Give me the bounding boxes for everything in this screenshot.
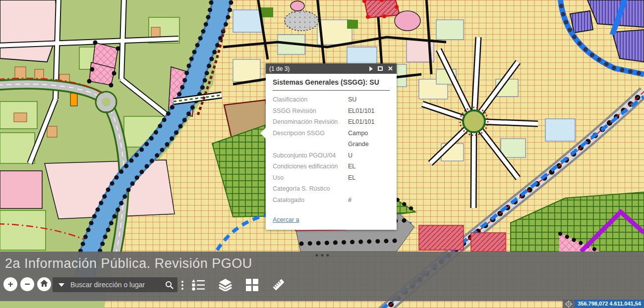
roundabout bbox=[99, 95, 113, 109]
legend-icon bbox=[192, 279, 205, 291]
orange-zone bbox=[70, 93, 77, 106]
feature-popup: (1 de 3) ✕ Sistemas Generales (SSGG): SU… bbox=[266, 63, 397, 230]
coordinates-readout: 356.798,072 4.611.041,54 bbox=[575, 300, 644, 308]
search-button[interactable] bbox=[161, 277, 177, 292]
measure-button[interactable] bbox=[272, 278, 286, 292]
layers-icon bbox=[219, 279, 232, 291]
search-input[interactable] bbox=[70, 281, 161, 289]
overflow-menu-button[interactable] bbox=[178, 279, 186, 292]
popup-pager: (1 de 3) bbox=[269, 65, 364, 72]
app-window: (1 de 3) ✕ Sistemas Generales (SSGG): SU… bbox=[0, 0, 644, 308]
circular-plaza[interactable] bbox=[463, 110, 485, 132]
basemap-grid-icon bbox=[246, 279, 258, 291]
crosshair-icon bbox=[565, 301, 572, 308]
close-icon[interactable]: ✕ bbox=[388, 65, 393, 72]
layers-button[interactable] bbox=[218, 278, 232, 292]
table-row: Uso EL bbox=[273, 172, 390, 184]
table-row: Condiciones edificación EL bbox=[273, 161, 390, 172]
next-arrow-icon[interactable] bbox=[369, 66, 373, 71]
locate-coordinates-button[interactable] bbox=[563, 300, 575, 308]
search-icon bbox=[165, 281, 174, 289]
table-row: Descripción SSGG Campo Grande bbox=[273, 128, 390, 150]
search-source-dropdown[interactable] bbox=[53, 277, 70, 292]
legend-button[interactable] bbox=[191, 278, 205, 292]
popup-title: Sistemas Generales (SSGG): SU bbox=[273, 78, 390, 91]
popup-header[interactable]: (1 de 3) ✕ bbox=[266, 63, 397, 74]
table-row: Categoría S. Rústico bbox=[273, 183, 390, 195]
search-widget bbox=[53, 277, 177, 292]
table-row: Denominación Revisión EL01/101 bbox=[273, 116, 390, 128]
maximize-icon[interactable] bbox=[378, 66, 383, 71]
chevron-down-icon bbox=[59, 283, 64, 287]
table-row: Subconjunto PGOU/04 U bbox=[273, 150, 390, 161]
panel-drag-handle[interactable] bbox=[313, 252, 331, 258]
popup-body: Sistemas Generales (SSGG): SU Clasificac… bbox=[266, 74, 397, 230]
toolbar: + − bbox=[0, 277, 644, 294]
home-button[interactable] bbox=[37, 277, 51, 291]
gray-dotted-zone bbox=[285, 11, 318, 31]
basemap-gallery-button[interactable] bbox=[245, 278, 259, 292]
popup-pointer bbox=[260, 128, 266, 139]
table-row: Catalogado # bbox=[273, 195, 390, 206]
attribute-table: Clasificación SU SSGG Revisión EL01/101 … bbox=[273, 94, 390, 205]
zoom-out-button[interactable]: − bbox=[20, 277, 34, 291]
zoom-to-link[interactable]: Acercar a bbox=[273, 216, 299, 223]
coordinates-widget: 356.798,072 4.611.041,54 bbox=[563, 300, 644, 308]
measure-icon bbox=[272, 278, 286, 292]
table-row: SSGG Revisión EL01/101 bbox=[273, 105, 390, 117]
overflow-dots-icon bbox=[181, 281, 183, 283]
red-hatched-zone bbox=[364, 0, 400, 18]
zoom-in-button[interactable]: + bbox=[3, 277, 17, 291]
bottom-panel: 2a Información Pública. Revisión PGOU + … bbox=[0, 252, 644, 301]
page-title: 2a Información Pública. Revisión PGOU bbox=[5, 256, 252, 271]
table-row: Clasificación SU bbox=[273, 94, 390, 105]
home-icon bbox=[40, 280, 48, 287]
